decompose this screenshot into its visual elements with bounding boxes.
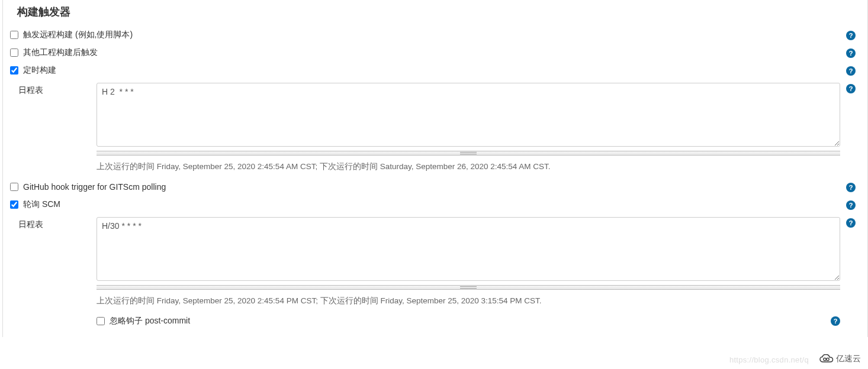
help-icon[interactable]: ?	[846, 200, 856, 210]
poll-schedule-row: 日程表 上次运行的时间 Friday, September 25, 2020 2…	[8, 213, 856, 331]
build-after-label: 其他工程构建后触发	[22, 47, 840, 58]
ignore-post-commit-label: 忽略钩子 post-commit	[110, 316, 190, 326]
help-icon[interactable]: ?	[846, 84, 856, 93]
ignore-post-commit-row: 忽略钩子 post-commit ?	[97, 309, 840, 328]
poll-scm-checkbox[interactable]	[10, 200, 18, 209]
github-hook-row: GitHub hook trigger for GITScm polling ?	[8, 178, 856, 196]
github-hook-label: GitHub hook trigger for GITScm polling	[22, 182, 840, 192]
resize-handle[interactable]	[97, 151, 840, 156]
timed-schedule-row: 日程表 上次运行的时间 Friday, September 25, 2020 2…	[8, 79, 856, 178]
build-after-checkbox[interactable]	[10, 48, 18, 57]
timed-schedule-info: 上次运行的时间 Friday, September 25, 2020 2:45:…	[97, 156, 840, 174]
build-after-row: 其他工程构建后触发 ?	[8, 44, 856, 62]
poll-schedule-info: 上次运行的时间 Friday, September 25, 2020 2:45:…	[97, 290, 840, 309]
timed-schedule-label: 日程表	[8, 83, 97, 96]
poll-scm-label: 轮询 SCM	[22, 199, 840, 210]
help-icon[interactable]: ?	[831, 316, 840, 326]
poll-scm-row: 轮询 SCM ?	[8, 196, 856, 213]
poll-schedule-textarea[interactable]	[97, 217, 840, 281]
trigger-remote-checkbox[interactable]	[10, 31, 18, 39]
help-icon[interactable]: ?	[846, 48, 856, 58]
trigger-remote-row: 触发远程构建 (例如,使用脚本) ?	[8, 26, 856, 44]
timed-schedule-textarea[interactable]	[97, 83, 840, 147]
poll-schedule-label: 日程表	[8, 217, 97, 230]
resize-handle[interactable]	[97, 285, 840, 290]
trigger-remote-label: 触发远程构建 (例如,使用脚本)	[22, 30, 840, 40]
help-icon[interactable]: ?	[846, 218, 856, 228]
help-icon[interactable]: ?	[846, 183, 856, 192]
help-icon[interactable]: ?	[846, 66, 856, 76]
timed-build-row: 定时构建 ?	[8, 62, 856, 79]
help-icon[interactable]: ?	[846, 31, 856, 40]
timed-build-checkbox[interactable]	[10, 66, 18, 75]
ignore-post-commit-checkbox[interactable]	[97, 317, 105, 325]
section-title: 构建触发器	[8, 2, 856, 26]
timed-build-label: 定时构建	[22, 65, 840, 76]
github-hook-checkbox[interactable]	[10, 183, 18, 191]
build-triggers-section: 构建触发器 触发远程构建 (例如,使用脚本) ? 其他工程构建后触发 ? 定时构…	[2, 0, 868, 337]
